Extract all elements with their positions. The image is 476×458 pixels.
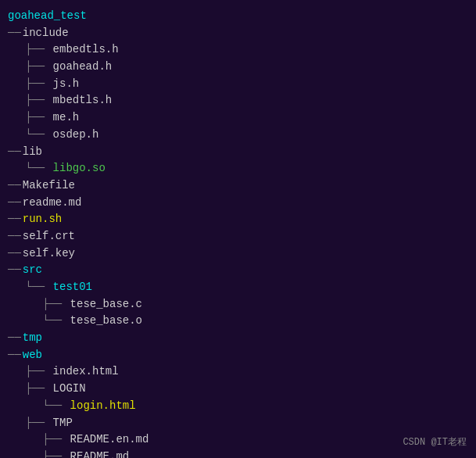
file-label: me.h <box>53 109 80 127</box>
list-item: ── include <box>8 25 476 42</box>
list-item: ── Makefile <box>8 177 476 195</box>
list-item: └── login.html <box>8 398 476 415</box>
connector-icon: ├── <box>42 449 69 458</box>
connector-icon: ├── <box>25 415 52 432</box>
file-label: tese_base.c <box>70 296 142 313</box>
file-label: test01 <box>53 279 92 296</box>
file-label: self.crt <box>23 228 75 245</box>
connector-icon: ├── <box>25 76 52 93</box>
connector-icon: ├── <box>25 381 52 398</box>
root-connector-icon: ── <box>8 262 21 279</box>
list-item: ── tmp <box>8 330 476 347</box>
file-label: js.h <box>53 76 80 93</box>
file-label: LOGIN <box>53 381 86 398</box>
connector-icon: └── <box>42 313 69 330</box>
connector-icon: ├── <box>42 431 69 449</box>
root-connector-icon: ── <box>8 211 21 228</box>
root-connector-icon: ── <box>8 144 21 161</box>
list-item: ── run.sh <box>8 211 476 228</box>
file-label: readme.md <box>23 195 82 212</box>
file-label: osdep.h <box>53 127 99 144</box>
file-label: goahead.h <box>53 59 113 76</box>
file-label: src <box>23 262 42 279</box>
file-label: web <box>23 347 42 364</box>
list-item: └── test01 <box>8 279 476 296</box>
watermark: CSDN @IT老程 <box>403 435 467 449</box>
root-connector-icon: ── <box>8 347 21 364</box>
connector-icon: ├── <box>25 109 52 127</box>
list-item: ── self.key <box>8 245 476 263</box>
list-item: ── web <box>8 347 476 364</box>
list-item: ├── README.md <box>8 449 476 458</box>
root-connector-icon: ── <box>8 177 21 195</box>
list-item: ├── js.h <box>8 76 476 93</box>
list-item: goahead_test <box>8 8 476 25</box>
file-label: tmp <box>23 330 42 347</box>
connector-icon: └── <box>25 127 52 144</box>
list-item: ── self.crt <box>8 228 476 245</box>
file-label: login.html <box>70 398 136 415</box>
list-item: ├── TMP <box>8 415 476 432</box>
list-item: └── osdep.h <box>8 127 476 144</box>
file-label: TMP <box>53 415 73 432</box>
list-item: ── readme.md <box>8 195 476 212</box>
root-connector-icon: ── <box>8 330 21 347</box>
list-item: ├── LOGIN <box>8 381 476 398</box>
list-item: ├── embedtls.h <box>8 41 476 59</box>
file-label: mbedtls.h <box>53 92 113 109</box>
connector-icon: └── <box>25 279 52 296</box>
file-label: embedtls.h <box>53 41 119 59</box>
root-connector-icon: ── <box>8 245 21 263</box>
list-item: └── libgo.so <box>8 160 476 177</box>
connector-icon: ├── <box>25 59 52 76</box>
root-connector-icon: ── <box>8 25 21 42</box>
file-label: run.sh <box>23 211 62 228</box>
file-label: include <box>23 25 69 42</box>
list-item: ├── goahead.h <box>8 59 476 76</box>
connector-icon: ├── <box>25 363 52 381</box>
connector-icon: └── <box>42 398 69 415</box>
connector-icon: ├── <box>25 41 52 59</box>
list-item: ── src <box>8 262 476 279</box>
file-label: index.html <box>53 363 119 381</box>
file-label: README.en.md <box>70 431 149 449</box>
list-item: ── lib <box>8 144 476 161</box>
connector-icon: ├── <box>42 296 69 313</box>
file-label: Makefile <box>23 177 75 195</box>
file-label: README.md <box>70 449 130 458</box>
file-label: goahead_test <box>8 8 87 25</box>
list-item: └── tese_base.o <box>8 313 476 330</box>
file-tree: goahead_test── include├── embedtls.h├── … <box>8 8 476 458</box>
list-item: ├── index.html <box>8 363 476 381</box>
root-connector-icon: ── <box>8 195 21 212</box>
connector-icon: ├── <box>25 92 52 109</box>
file-label: libgo.so <box>53 160 106 177</box>
connector-icon: └── <box>25 160 52 177</box>
list-item: ├── tese_base.c <box>8 296 476 313</box>
list-item: ├── mbedtls.h <box>8 92 476 109</box>
file-label: self.key <box>23 245 75 263</box>
root-connector-icon: ── <box>8 228 21 245</box>
file-label: tese_base.o <box>70 313 142 330</box>
list-item: ├── me.h <box>8 109 476 127</box>
file-label: lib <box>23 144 42 161</box>
